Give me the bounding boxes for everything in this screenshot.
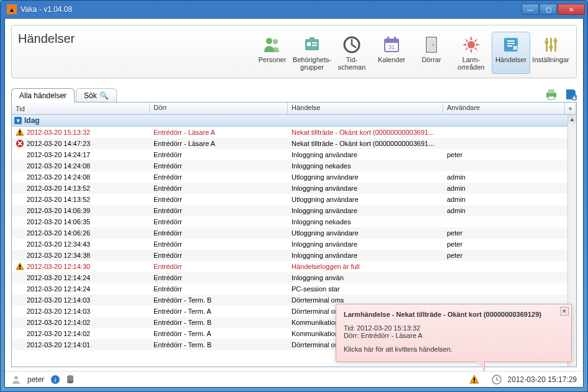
table-row[interactable]: 2012-03-20 14:24:08EntrédörrInloggning n… [12,160,567,171]
svg-rect-43 [474,378,475,381]
icon-slot [16,184,24,193]
table-row[interactable]: 2012-03-20 14:13:52EntrédörrUtloggning a… [12,194,567,205]
alarm-popup[interactable]: ✕ Larmhändelse - Nekat tillträde - Okänt… [336,304,572,362]
cell-tid: 2012-03-20 12:14:24 [27,274,90,281]
toolbar-label: Personer [259,56,287,71]
cell-handelse: Inloggning använ [288,274,443,281]
cell-handelse: Inloggning nekades [288,218,443,226]
svg-rect-35 [19,265,21,267]
close-button[interactable]: ✕ [558,4,585,15]
icon-slot [16,273,24,282]
cell-tid: 2012-03-20 14:06:35 [27,218,90,226]
chevron-down-icon: ▾ [14,117,22,124]
svg-rect-33 [19,134,21,135]
svg-rect-31 [569,109,571,110]
header-panel: Händelser PersonerBehörighets-grupperTid… [11,25,577,78]
titlebar[interactable]: ▲ Vaka - v1.04.08 ― ▢ ✕ [1,1,587,18]
toolbar-label: Behörighets-grupper [293,56,331,71]
cell-tid: 2012-03-20 12:14:02 [27,330,90,337]
icon-slot [16,162,24,170]
table-row[interactable]: 2012-03-20 12:34:43EntrédörrInloggning a… [12,239,567,250]
svg-point-37 [14,376,18,380]
cell-tid: 2012-03-20 12:34:38 [27,252,90,259]
alarm-line-time: Tid: 2012-03-20 15:13:32 [344,324,564,332]
toolbar-installningar[interactable]: Inställningar [531,32,570,74]
icon-slot [16,150,24,159]
cell-dorr: Entrédörr [150,240,288,248]
toolbar-label: Inställningar [532,56,569,71]
alarm-line-door: Dörr: Entrédörr - Läsare A [344,332,564,339]
alarm-close-button[interactable]: ✕ [560,307,569,316]
scroll-up-arrow[interactable]: ▲ [568,115,576,124]
cell-tid: 2012-03-20 14:13:52 [27,196,90,203]
info-icon[interactable]: i [50,375,60,385]
col-tid[interactable]: Tid [12,103,150,114]
toolbar-dorrar[interactable]: Dörrar [412,32,451,74]
table-row[interactable]: 2012-03-20 12:14:24EntrédörrInloggning a… [12,272,567,283]
table-row[interactable]: 2012-03-20 14:13:52EntrédörrInloggning a… [12,183,567,194]
cell-handelse: Inloggning användare [288,252,443,259]
svg-rect-25 [548,89,554,93]
toolbar-larmomraden[interactable]: Larm-områden [452,32,490,74]
svg-point-23 [554,39,558,43]
cell-tid: 2012-03-20 14:47:23 [27,140,90,147]
svg-point-1 [273,39,278,44]
status-warn-icon[interactable] [469,375,479,385]
table-row[interactable]: 2012-03-20 12:14:30EntrédörrHändelselogg… [12,261,567,272]
table-row[interactable]: 2012-03-20 14:06:26EntrédörrUtloggning a… [12,227,567,239]
icon-slot [16,296,24,304]
app-icon: ▲ [7,4,17,14]
tab-search[interactable]: Sök🔍 [76,88,117,103]
svg-point-42 [67,381,73,383]
tab-all-events[interactable]: Alla händelser [11,88,75,103]
cell-tid: 2012-03-20 12:14:30 [27,263,90,270]
col-config-button[interactable] [565,103,576,114]
cell-tid: 2012-03-20 15:13:32 [27,129,90,136]
table-row[interactable]: 2012-03-20 12:14:24EntrédörrPC-session s… [12,283,567,294]
print-icon[interactable] [544,88,558,101]
cell-handelse: Inloggning användare [288,151,443,158]
client-area: Händelser PersonerBehörighets-grupperTid… [4,18,584,388]
group-row-today[interactable]: ▾Idag [12,115,567,127]
cell-handelse: Inloggning användare [288,240,443,248]
table-row[interactable]: 2012-03-20 14:06:35EntrédörrInloggning n… [12,216,567,227]
col-handelse[interactable]: Händelse [288,103,443,114]
icon-slot [16,195,24,204]
cell-tid: 2012-03-20 12:14:03 [27,308,90,315]
svg-rect-30 [569,108,571,109]
cell-dorr: Entrédörr - Läsare A [150,140,288,147]
svg-point-21 [545,40,549,44]
alarm-icon [461,35,481,55]
col-anvandare[interactable]: Användare [443,103,565,114]
cell-dorr: Entrédörr [150,274,288,281]
cell-dorr: Entrédörr - Läsare A [150,129,288,136]
svg-rect-3 [307,42,311,46]
cell-dorr: Entrédörr [150,162,288,170]
table-row[interactable]: 2012-03-20 14:24:08EntrédörrUtloggning a… [12,171,567,183]
toolbar-label: Tid-scheman [338,56,366,71]
toolbar-tidscheman[interactable]: Tid-scheman [333,32,371,74]
table-row[interactable]: 2012-03-20 14:24:17EntrédörrInloggning a… [12,149,567,160]
svg-point-0 [266,38,272,44]
export-icon[interactable] [564,88,577,101]
window-title: Vaka - v1.04.08 [21,5,521,14]
toolbar-handelser[interactable]: Händelser [492,32,530,74]
toolbar-personer[interactable]: Personer [253,32,292,74]
toolbar-kalender[interactable]: 31Kalender [372,32,411,74]
svg-rect-36 [19,268,21,269]
svg-text:31: 31 [388,44,395,50]
cell-handelse: Utloggning användare [288,229,443,237]
svg-rect-19 [550,38,552,52]
maximize-button[interactable]: ▢ [540,4,557,15]
table-row[interactable]: 2012-03-20 14:47:23Entrédörr - Läsare AN… [12,138,567,149]
cell-handelse: Dörrterminal oms [288,296,443,304]
minimize-button[interactable]: ― [521,4,539,15]
toolbar-behorighet[interactable]: Behörighets-grupper [293,32,331,74]
toolbar-label: Kalender [378,56,405,71]
table-row[interactable]: 2012-03-20 14:06:39EntrédörrInloggning a… [12,205,567,216]
table-row[interactable]: 2012-03-20 12:34:38EntrédörrInloggning a… [12,250,567,261]
table-row[interactable]: 2012-03-20 15:13:32Entrédörr - Läsare AN… [12,127,567,138]
db-icon[interactable] [67,375,74,385]
svg-rect-32 [19,130,21,133]
col-dorr[interactable]: Dörr [150,103,288,114]
